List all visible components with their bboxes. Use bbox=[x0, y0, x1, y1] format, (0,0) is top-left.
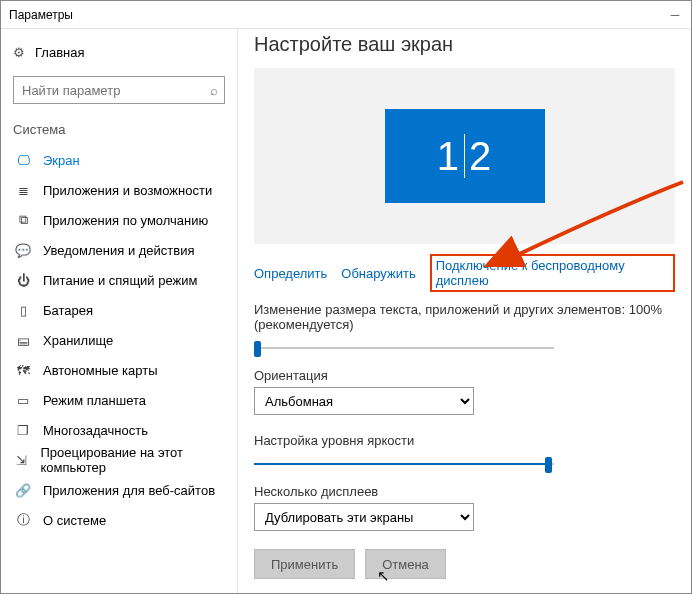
gear-icon: ⚙ bbox=[13, 45, 25, 60]
default-apps-icon: ⧉ bbox=[13, 212, 33, 228]
brightness-slider[interactable] bbox=[254, 454, 554, 474]
project-icon: ⇲ bbox=[13, 453, 30, 468]
sidebar-item-label: Батарея bbox=[43, 303, 93, 318]
sidebar-item-0[interactable]: 🖵Экран bbox=[1, 145, 237, 175]
search-icon: ⌕ bbox=[210, 83, 218, 98]
sidebar-item-3[interactable]: 💬Уведомления и действия bbox=[1, 235, 237, 265]
search-box[interactable]: ⌕ bbox=[13, 76, 225, 104]
storage-icon: 🖴 bbox=[13, 333, 33, 348]
apps-list-icon: ≣ bbox=[13, 183, 33, 198]
monitor-number-1: 1 bbox=[437, 134, 460, 179]
battery-icon: ▯ bbox=[13, 303, 33, 318]
cancel-button[interactable]: Отмена bbox=[365, 549, 446, 579]
home-link[interactable]: ⚙ Главная bbox=[1, 39, 237, 66]
sidebar-item-label: Многозадачность bbox=[43, 423, 148, 438]
section-label: Система bbox=[1, 118, 237, 145]
titlebar: Параметры ─ bbox=[1, 1, 691, 29]
multiple-displays-label: Несколько дисплеев bbox=[254, 484, 675, 499]
multitask-icon: ❐ bbox=[13, 423, 33, 438]
sidebar-item-12[interactable]: ⓘО системе bbox=[1, 505, 237, 535]
sidebar-item-4[interactable]: ⏻Питание и спящий режим bbox=[1, 265, 237, 295]
sidebar-item-label: Приложения для веб-сайтов bbox=[43, 483, 215, 498]
web-apps-icon: 🔗 bbox=[13, 483, 33, 498]
sidebar-item-2[interactable]: ⧉Приложения по умолчанию bbox=[1, 205, 237, 235]
display-icon: 🖵 bbox=[13, 153, 33, 168]
minimize-button[interactable]: ─ bbox=[667, 8, 683, 22]
detect-link[interactable]: Обнаружить bbox=[341, 266, 415, 281]
sidebar-item-label: О системе bbox=[43, 513, 106, 528]
display-actions: Определить Обнаружить Подключение к бесп… bbox=[254, 254, 675, 292]
orientation-select[interactable]: Альбомная bbox=[254, 387, 474, 415]
display-preview: 1 2 bbox=[254, 68, 675, 244]
sidebar-item-label: Приложения по умолчанию bbox=[43, 213, 208, 228]
sidebar-item-1[interactable]: ≣Приложения и возможности bbox=[1, 175, 237, 205]
power-icon: ⏻ bbox=[13, 273, 33, 288]
wireless-display-link[interactable]: Подключение к беспроводному дисплею bbox=[430, 254, 675, 292]
sidebar-item-7[interactable]: 🗺Автономные карты bbox=[1, 355, 237, 385]
orientation-label: Ориентация bbox=[254, 368, 675, 383]
notifications-icon: 💬 bbox=[13, 243, 33, 258]
maps-icon: 🗺 bbox=[13, 363, 33, 378]
sidebar-item-9[interactable]: ❐Многозадачность bbox=[1, 415, 237, 445]
window-title: Параметры bbox=[9, 8, 73, 22]
page-heading: Настройте ваш экран bbox=[254, 33, 675, 56]
home-label: Главная bbox=[35, 45, 84, 60]
about-icon: ⓘ bbox=[13, 511, 33, 529]
monitor-separator bbox=[464, 134, 465, 178]
sidebar-item-label: Автономные карты bbox=[43, 363, 158, 378]
sidebar-item-label: Приложения и возможности bbox=[43, 183, 212, 198]
sidebar: ⚙ Главная ⌕ Система 🖵Экран≣Приложения и … bbox=[1, 29, 238, 593]
monitor-number-2: 2 bbox=[469, 134, 492, 179]
sidebar-item-11[interactable]: 🔗Приложения для веб-сайтов bbox=[1, 475, 237, 505]
scale-label: Изменение размера текста, приложений и д… bbox=[254, 302, 675, 332]
sidebar-item-label: Проецирование на этот компьютер bbox=[40, 445, 225, 475]
monitor-tile[interactable]: 1 2 bbox=[385, 109, 545, 203]
scale-slider[interactable] bbox=[254, 338, 554, 358]
sidebar-item-8[interactable]: ▭Режим планшета bbox=[1, 385, 237, 415]
sidebar-item-10[interactable]: ⇲Проецирование на этот компьютер bbox=[1, 445, 237, 475]
identify-link[interactable]: Определить bbox=[254, 266, 327, 281]
sidebar-item-label: Уведомления и действия bbox=[43, 243, 195, 258]
brightness-label: Настройка уровня яркости bbox=[254, 433, 675, 448]
sidebar-item-label: Хранилище bbox=[43, 333, 113, 348]
sidebar-item-6[interactable]: 🖴Хранилище bbox=[1, 325, 237, 355]
sidebar-item-label: Режим планшета bbox=[43, 393, 146, 408]
sidebar-item-label: Экран bbox=[43, 153, 80, 168]
main-panel: Настройте ваш экран 1 2 Определить Обнар… bbox=[238, 29, 691, 593]
multiple-displays-select[interactable]: Дублировать эти экраны bbox=[254, 503, 474, 531]
sidebar-item-5[interactable]: ▯Батарея bbox=[1, 295, 237, 325]
search-input[interactable] bbox=[20, 82, 210, 99]
tablet-icon: ▭ bbox=[13, 393, 33, 408]
sidebar-item-label: Питание и спящий режим bbox=[43, 273, 197, 288]
apply-button[interactable]: Применить bbox=[254, 549, 355, 579]
